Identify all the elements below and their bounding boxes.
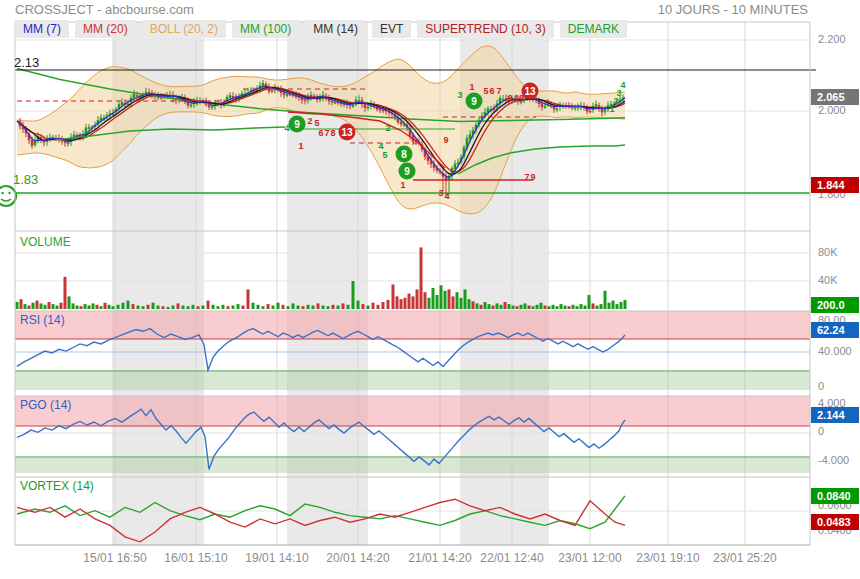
panel-label-volume: VOLUME — [20, 235, 71, 249]
demark-count-9: 9 — [399, 163, 416, 180]
axis-tick-0: 0 — [818, 425, 824, 437]
axis-badge-2144: 2.144 — [811, 407, 859, 423]
demark-count-2: 2 — [307, 116, 312, 126]
legend-item-evt[interactable]: EVT — [372, 20, 411, 38]
axis-badge-1844: 1.844 — [811, 177, 859, 193]
axis-badge-00840: 0.0840 — [811, 488, 859, 504]
demark-count-6: 6 — [318, 128, 323, 138]
smiley-icon — [0, 186, 16, 206]
demark-count-13: 13 — [339, 124, 356, 141]
demark-count-7: 7 — [496, 86, 501, 96]
time-label-15011650: 15/01 16:50 — [83, 551, 146, 565]
axis-badge-2065: 2.065 — [811, 89, 859, 105]
time-label-16011510: 16/01 15:10 — [164, 551, 227, 565]
demark-count-2: 2 — [385, 123, 390, 133]
demark-count-4: 4 — [620, 80, 625, 90]
panel-label-vortex: VORTEX (14) — [20, 479, 94, 493]
demark-count-4: 4 — [444, 191, 449, 201]
level-label-213: 2.13 — [14, 55, 39, 70]
demark-count-7: 7 — [324, 128, 329, 138]
chart-application: CROSSJECT - abcbourse.com 10 JOURS - 10 … — [0, 0, 860, 579]
time-label-23011910: 23/01 19:10 — [636, 551, 699, 565]
time-label-20011420: 20/01 14:20 — [326, 551, 389, 565]
axis-badge-6224: 62.24 — [811, 322, 859, 338]
level-label-183: 1.83 — [13, 172, 38, 187]
time-label-21011420: 21/01 14:20 — [408, 551, 471, 565]
axis-tick-2000: 2.000 — [818, 104, 846, 116]
demark-count-8: 8 — [396, 146, 413, 163]
demark-count-5: 5 — [382, 150, 387, 160]
demark-count-1: 1 — [400, 180, 405, 190]
axis-tick-0: 0 — [818, 380, 824, 392]
demark-count-5: 5 — [483, 86, 488, 96]
legend-item-boll-20-2[interactable]: BOLL (20, 2) — [142, 20, 226, 38]
demark-count-7: 7 — [524, 172, 529, 182]
demark-count-10: 10 — [514, 93, 524, 103]
time-label-22011240: 22/01 12:40 — [480, 551, 543, 565]
time-label-23012520: 23/01 25:20 — [713, 551, 776, 565]
demark-count-1: 1 — [469, 82, 474, 92]
axis-tick-2200: 2.200 — [818, 33, 846, 45]
demark-count-1: 1 — [298, 141, 303, 151]
legend-item-mm-100[interactable]: MM (100) — [232, 20, 299, 38]
axis-badge-2000: 200.0 — [811, 297, 859, 313]
time-label-19011410: 19/01 14:10 — [245, 551, 308, 565]
axis-tick-40K: 40K — [818, 274, 838, 286]
time-label-23011200: 23/01 12:00 — [558, 551, 621, 565]
chart-canvas[interactable] — [0, 0, 860, 579]
legend-item-supertrend-10-3[interactable]: SUPERTREND (10, 3) — [417, 20, 553, 38]
demark-count-9: 9 — [443, 135, 448, 145]
demark-count-9: 9 — [530, 172, 535, 182]
demark-count-5: 5 — [314, 118, 319, 128]
right-axis: 2.2002.0652.0001.8441.80080K40K200.080.0… — [810, 0, 860, 579]
panel-label-pgo: PGO (14) — [20, 398, 71, 412]
demark-count-3: 3 — [438, 188, 443, 198]
demark-count-8: 8 — [330, 128, 335, 138]
legend-item-mm-14[interactable]: MM (14) — [305, 20, 366, 38]
indicator-legend: MM (7)MM (20)BOLL (20, 2)MM (100)MM (14)… — [15, 20, 627, 38]
legend-item-mm-20[interactable]: MM (20) — [75, 20, 136, 38]
axis-tick-40000: 40.000 — [818, 345, 852, 357]
demark-count-3: 3 — [457, 90, 462, 100]
demark-count-9: 9 — [289, 116, 306, 133]
axis-tick-80K: 80K — [818, 246, 838, 258]
legend-item-mm-7[interactable]: MM (7) — [15, 20, 69, 38]
axis-badge-00483: 0.0483 — [811, 514, 859, 530]
demark-count-6: 6 — [489, 86, 494, 96]
demark-count-4: 4 — [284, 123, 289, 133]
legend-item-demark[interactable]: DEMARK — [560, 20, 627, 38]
demark-count-13: 13 — [522, 83, 539, 100]
demark-count-9: 9 — [507, 93, 512, 103]
axis-tick--4000: -4.000 — [818, 454, 849, 466]
panel-label-rsi: RSI (14) — [20, 313, 65, 327]
demark-count-9: 9 — [466, 93, 483, 110]
